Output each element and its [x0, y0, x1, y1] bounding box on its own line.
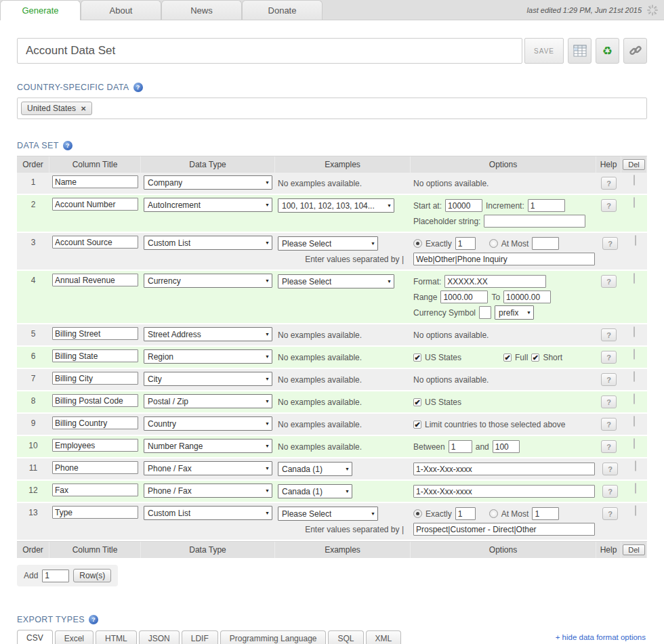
row-help-button[interactable]: ? — [601, 373, 617, 386]
column-title-input[interactable] — [52, 327, 138, 340]
row-delete-checkbox[interactable] — [635, 460, 636, 471]
column-title-input[interactable] — [52, 274, 138, 286]
option-select[interactable]: Custom List▼ — [144, 236, 272, 250]
row-delete-checkbox[interactable] — [634, 416, 635, 427]
option-input[interactable] — [413, 253, 595, 265]
option-select[interactable]: Please Select▼ — [278, 507, 378, 521]
row-help-button[interactable]: ? — [601, 199, 617, 212]
nav-tab-news[interactable]: News — [161, 0, 242, 20]
column-title-input[interactable] — [52, 394, 138, 407]
column-title-input[interactable] — [52, 175, 138, 188]
option-input[interactable] — [413, 485, 595, 498]
row-help-button[interactable]: ? — [602, 507, 618, 520]
checkbox-us-states[interactable]: ✔ — [413, 398, 421, 406]
option-select[interactable]: Postal / Zip▼ — [144, 394, 272, 408]
option-select[interactable]: Currency▼ — [144, 274, 272, 288]
export-help-icon[interactable]: ? — [89, 615, 98, 624]
option-input[interactable] — [440, 291, 488, 303]
row-help-button[interactable]: ? — [601, 351, 617, 364]
option-select[interactable]: Please Select▼ — [278, 274, 394, 288]
option-input[interactable] — [528, 199, 565, 212]
option-input[interactable] — [455, 237, 476, 250]
row-delete-checkbox[interactable] — [634, 371, 635, 382]
row-help-button[interactable]: ? — [602, 463, 618, 475]
column-title-input[interactable] — [52, 349, 138, 362]
row-delete-checkbox[interactable] — [634, 326, 635, 337]
row-delete-checkbox[interactable] — [634, 175, 635, 186]
option-input[interactable] — [444, 275, 546, 288]
row-delete-checkbox[interactable] — [635, 505, 636, 516]
option-input[interactable] — [449, 440, 472, 453]
save-button[interactable]: SAVE — [524, 38, 564, 64]
option-select[interactable]: Street Address▼ — [144, 327, 272, 341]
option-select[interactable]: Country▼ — [144, 416, 272, 431]
row-help-button[interactable]: ? — [601, 418, 617, 431]
checkbox-us-states[interactable]: ✔ — [413, 353, 421, 362]
remove-country-icon[interactable]: ✕ — [81, 105, 86, 112]
checkbox-short[interactable]: ✔ — [531, 353, 539, 362]
option-select[interactable]: City▼ — [144, 372, 272, 386]
export-tab-ldif[interactable]: LDIF — [182, 630, 218, 644]
export-tab-sql[interactable]: SQL — [328, 630, 363, 644]
column-title-input[interactable] — [52, 439, 138, 452]
option-select[interactable]: 100, 101, 102, 103, 104...▼ — [278, 198, 394, 213]
option-input[interactable] — [479, 306, 491, 319]
option-select[interactable]: Canada (1)▼ — [278, 484, 352, 498]
option-select[interactable]: prefix▼ — [495, 305, 534, 320]
checkbox-limit-countries-to-those-selected-above[interactable]: ✔ — [413, 421, 421, 429]
nav-tab-about[interactable]: About — [81, 0, 161, 20]
row-delete-checkbox[interactable] — [634, 349, 635, 360]
radio-exactly[interactable] — [413, 509, 422, 518]
option-select[interactable]: Phone / Fax▼ — [144, 484, 272, 498]
delete-rows-button[interactable]: Del — [623, 544, 645, 555]
row-delete-checkbox[interactable] — [634, 197, 635, 208]
nav-tab-donate[interactable]: Donate — [242, 0, 323, 20]
option-select[interactable]: Custom List▼ — [144, 506, 272, 520]
dataset-help-icon[interactable]: ? — [63, 141, 72, 150]
option-input[interactable] — [532, 507, 559, 520]
hide-data-format-options-link[interactable]: + hide data format options — [556, 633, 646, 641]
option-select[interactable]: Number Range▼ — [144, 439, 272, 453]
nav-tab-generate[interactable]: Generate — [0, 0, 81, 20]
export-tab-csv[interactable]: CSV — [17, 630, 53, 644]
export-tab-xml[interactable]: XML — [366, 630, 402, 644]
option-select[interactable]: Phone / Fax▼ — [144, 461, 272, 475]
column-title-input[interactable] — [52, 461, 138, 474]
row-help-button[interactable]: ? — [601, 177, 617, 190]
option-input[interactable] — [413, 523, 595, 536]
checkbox-full[interactable]: ✔ — [503, 353, 512, 362]
row-delete-checkbox[interactable] — [634, 438, 635, 449]
option-select[interactable]: AutoIncrement▼ — [144, 198, 272, 212]
option-input[interactable] — [503, 291, 551, 303]
link-to-dataset-button[interactable] — [623, 38, 647, 64]
dataset-name-input[interactable] — [17, 38, 522, 64]
column-title-input[interactable] — [52, 416, 138, 429]
row-delete-checkbox[interactable] — [634, 393, 635, 404]
column-title-input[interactable] — [52, 484, 138, 496]
row-help-button[interactable]: ? — [601, 395, 617, 408]
export-tab-excel[interactable]: Excel — [55, 630, 94, 644]
delete-rows-button[interactable]: Del — [623, 159, 645, 170]
radio-exactly[interactable] — [413, 239, 422, 248]
radio-at-most[interactable] — [489, 509, 498, 518]
clear-dataset-button[interactable]: ♻ — [596, 38, 619, 64]
column-title-input[interactable] — [52, 236, 138, 249]
export-tab-html[interactable]: HTML — [96, 630, 137, 644]
option-input[interactable] — [484, 215, 585, 228]
row-help-button[interactable]: ? — [602, 237, 618, 250]
export-tab-programming-language[interactable]: Programming Language — [220, 630, 327, 644]
row-help-button[interactable]: ? — [601, 328, 617, 341]
radio-at-most[interactable] — [489, 239, 498, 248]
add-rows-button[interactable]: Row(s) — [73, 569, 111, 582]
column-title-input[interactable] — [52, 198, 138, 211]
option-input[interactable] — [493, 440, 520, 453]
country-help-icon[interactable]: ? — [133, 83, 143, 92]
row-delete-checkbox[interactable] — [635, 483, 636, 494]
row-help-button[interactable]: ? — [602, 485, 618, 498]
column-title-input[interactable] — [52, 506, 138, 519]
row-delete-checkbox[interactable] — [635, 235, 636, 246]
option-select[interactable]: Company▼ — [144, 175, 272, 190]
option-input[interactable] — [413, 463, 595, 475]
row-help-button[interactable]: ? — [601, 440, 617, 453]
option-select[interactable]: Please Select▼ — [278, 236, 378, 251]
